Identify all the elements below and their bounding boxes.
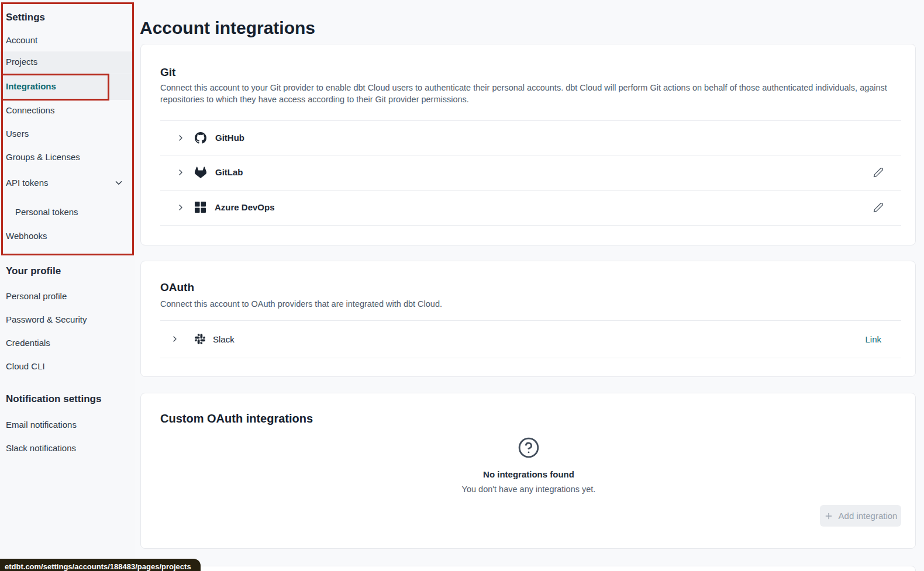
sidebar-item-groups-licenses[interactable]: Groups & Licenses: [0, 147, 135, 167]
custom-oauth-card: Custom OAuth integrations No integration…: [140, 393, 916, 549]
git-provider-row-github[interactable]: GitHub: [141, 120, 915, 155]
git-card-description: Connect this account to your Git provide…: [160, 82, 894, 105]
sidebar-item-users[interactable]: Users: [0, 123, 135, 144]
sidebar-item-account[interactable]: Account: [0, 30, 135, 50]
git-provider-label: Azure DevOps: [215, 202, 275, 212]
git-card: Git Connect this account to your Git pro…: [140, 44, 916, 245]
chevron-right-icon[interactable]: [176, 168, 185, 177]
oauth-provider-label: Slack: [213, 334, 235, 344]
sidebar-item-personal-tokens[interactable]: Personal tokens: [0, 202, 135, 222]
divider: [160, 358, 901, 358]
azure-devops-icon: [195, 202, 206, 213]
sidebar-item-personal-profile[interactable]: Personal profile: [0, 286, 135, 306]
git-provider-label: GitLab: [215, 167, 243, 177]
plus-icon: [824, 511, 833, 521]
chevron-down-icon[interactable]: [113, 178, 124, 188]
oauth-card: OAuth Connect this account to OAuth prov…: [140, 261, 916, 377]
chevron-right-icon[interactable]: [176, 133, 185, 143]
custom-oauth-card-title: Custom OAuth integrations: [160, 412, 313, 425]
add-integration-button[interactable]: Add integration: [820, 505, 901, 527]
sidebar-item-slack-notifications[interactable]: Slack notifications: [0, 438, 135, 458]
settings-sidebar: Settings Account Projects Integrations C…: [0, 0, 135, 571]
empty-state-title: No integrations found: [141, 469, 916, 479]
oauth-card-title: OAuth: [160, 281, 194, 294]
gitlab-icon: [195, 167, 206, 178]
sidebar-item-api-tokens-label: API tokens: [6, 178, 49, 188]
git-provider-label: GitHub: [215, 133, 244, 143]
status-bar-url: etdbt.com/settings/accounts/188483/pages…: [0, 559, 201, 571]
sidebar-item-integrations[interactable]: Integrations: [0, 74, 135, 100]
git-provider-row-azure-devops[interactable]: Azure DevOps: [141, 190, 915, 224]
sidebar-item-credentials[interactable]: Credentials: [0, 333, 135, 353]
empty-state-subtitle: You don't have any integrations yet.: [141, 485, 916, 494]
next-card-peek: [140, 566, 916, 571]
slack-link-button[interactable]: Link: [865, 334, 881, 344]
help-circle-icon: [518, 437, 540, 459]
sidebar-heading-settings: Settings: [6, 12, 45, 23]
sidebar-item-email-notifications[interactable]: Email notifications: [0, 414, 135, 435]
slack-icon: [195, 334, 205, 344]
sidebar-item-api-tokens[interactable]: API tokens: [0, 172, 135, 193]
github-icon: [195, 132, 206, 144]
divider: [160, 225, 901, 226]
empty-state: No integrations found You don't have any…: [141, 437, 916, 494]
sidebar-item-projects[interactable]: Projects: [0, 51, 135, 74]
sidebar-item-connections[interactable]: Connections: [0, 100, 135, 120]
sidebar-heading-notification-settings: Notification settings: [6, 393, 101, 405]
git-provider-row-gitlab[interactable]: GitLab: [141, 155, 915, 189]
edit-icon[interactable]: [873, 202, 884, 213]
oauth-row-slack[interactable]: Slack Link: [141, 320, 915, 358]
chevron-right-icon[interactable]: [176, 203, 185, 212]
add-integration-button-label: Add integration: [839, 511, 898, 521]
sidebar-heading-your-profile: Your profile: [6, 265, 61, 277]
sidebar-item-cloud-cli[interactable]: Cloud CLI: [0, 356, 135, 376]
git-card-title: Git: [160, 66, 175, 79]
edit-icon[interactable]: [873, 167, 884, 178]
chevron-right-icon[interactable]: [170, 334, 180, 344]
sidebar-item-webhooks[interactable]: Webhooks: [0, 226, 135, 246]
sidebar-item-password-security[interactable]: Password & Security: [0, 309, 135, 330]
oauth-card-description: Connect this account to OAuth providers …: [160, 298, 894, 310]
page-title: Account integrations: [140, 18, 315, 38]
